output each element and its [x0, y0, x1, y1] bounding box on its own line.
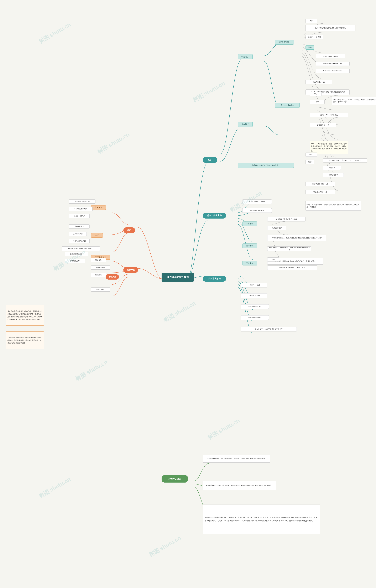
root-label: 2022年终总结及规划: [167, 276, 188, 279]
node-intent-customers: 意向客户: [238, 122, 253, 127]
product-smart-camera: 智能摄头: [91, 258, 106, 262]
node-litenetics: LITENETICS: [275, 40, 294, 45]
self-study-item1: 智能插座及智能产品: [69, 200, 96, 204]
branch-plan2023: 2023个人规划: [162, 475, 188, 483]
branch-products: 负责产品: [123, 267, 138, 273]
meeting-item4: cathy的泰国客户视频会议（旁听）: [62, 246, 100, 251]
smart-products-label: 智能产品: [106, 274, 119, 280]
self-study-label: 自主学习: [91, 205, 106, 210]
branch-learning: 学习: [123, 227, 135, 233]
main-source-item2: 系统沉睡客户: [267, 226, 287, 230]
product-note1: 这产品在系统中大部分8级客户的产品页中推比较少兴，但这款产品在C端表现得不错，在…: [6, 305, 44, 326]
deeproof-need-label: 需求: [310, 100, 325, 104]
structure-note: 尚未分析完，2023开春需分析完并归类: [241, 327, 297, 331]
litenetics-product3: WiFi Music Smart Strip Kit: [316, 69, 350, 73]
plan2023-item3: 持续跟进北美智能照明产品，以智能为主，其他产品为辅，多元继续沿入北美市场，继续将…: [203, 504, 320, 534]
nexleds-sample: 样品是否寄出 — 是: [306, 190, 335, 194]
nexleds-need1: 原公司做室内灯、室外灯、工业灯、智能产品: [323, 158, 367, 163]
branch-current-structure: 目前系统架构: [203, 276, 226, 282]
meeting-item3: 户外电池产品培训: [69, 239, 89, 243]
dev-channels: 开发渠道: [242, 261, 257, 265]
litenetics-noreply: 有无再回复 — 无: [306, 80, 332, 84]
level1-customers: 一级客户 — 33个: [241, 283, 267, 287]
deeproof-need: 原公司原做室内灯、工业灯、室外灯、光源等，大部分产品与我司一样 Area lig…: [332, 97, 376, 105]
nexleds-country: 加拿大: [306, 153, 317, 157]
level3-customers: 三级客户 — 109个: [241, 304, 269, 309]
nexleds-need2: 智能插座: [323, 166, 341, 170]
meeting-item1: 营销是门艺术: [69, 224, 89, 229]
node-deeprooflighting: Deeprooflighting: [275, 103, 300, 108]
sleeping-customers: 沉睡客户 — 772个: [241, 315, 269, 320]
dev-channel2: 未来尝试使用视频会议、社媒、电话: [267, 265, 317, 270]
node-enquiry-customers: 询盘客户: [238, 54, 253, 59]
nexleds-price: 报价表是否百推 — 是: [306, 182, 335, 186]
dev-emails: 开发信数量 — 815封: [242, 208, 272, 213]
product-north-america: 北美市场推广: [91, 287, 110, 292]
customer-count: 分析客户数量 — 630个: [242, 200, 272, 204]
deeproof-country: 美国: [310, 92, 322, 96]
other-source-item2: 易赢贸平台 — 易赢贸平台 — 在完成日常任务之后进行使用: [267, 246, 311, 251]
root-node: 2022年终总结及规划: [162, 273, 194, 282]
level2-customers: 二级客户 — 73个: [241, 293, 267, 298]
litenetics-product1: Laser Garden Lights: [316, 54, 345, 58]
nexleds-need-label: 需求: [306, 160, 314, 164]
factory-item2: 富锂锂电工厂: [65, 259, 85, 263]
product-smart-lock: 智能排插: [91, 273, 106, 277]
mindmap-container: 2022年终总结及规划 客户 询盘客户 LITENETICS 美国 原公司服做管…: [0, 0, 376, 588]
product-note2: 目前对于北美市场来说，最大的问题就是供应商提供的产品的认可问题，后续会联系采购落…: [6, 331, 44, 349]
plan2023-item1: 计划在年初要开单，开门红的前提下，营业额达到去年水平，能有固定合作的客户。: [203, 455, 270, 462]
meeting-item2: 认证知识会议: [69, 232, 87, 236]
nexleds-need3: 智能触摸开关: [323, 173, 344, 177]
product-website: 网站资料整理: [91, 265, 110, 270]
litenetics-need2: 原公司服做管道吸装饰灯条，用作家庭装饰: [306, 25, 355, 32]
meeting-label: 会议: [91, 233, 103, 238]
self-study-item3: 砍价是一门艺术: [69, 214, 89, 218]
main-source: 主要渠道: [242, 221, 257, 226]
litenetics-product2: Owl LED Solar Lawn Light: [316, 62, 350, 66]
other-source-item1: 可精准抓取中国出口到北美的物品的数据及北美进口公司的联系人邮件: [267, 235, 326, 241]
litenetics-already-label: 已推: [306, 45, 314, 50]
dev-channel1: 邮件: [267, 257, 279, 262]
deeproof-already: 已推 — Area light报价表: [310, 113, 348, 117]
other-source: 另外渠道: [242, 243, 257, 248]
main-source-item1: 之前海关所拉出的客户分析表: [267, 217, 306, 221]
deeproof-planb: planB — 或许是对价格不满意，这我询问时，客户并没有再说服我，客户可能没有…: [310, 141, 348, 154]
plan2023-item2: 重点客户PNEXLED能为长期发展，将其变成灯北美智能市场落一端，已经形成固定合…: [203, 481, 276, 490]
litenetics-country: 美国: [306, 19, 317, 23]
branch-customers: 客户: [203, 157, 217, 163]
litenetics-need: 询问有约户外照明: [306, 35, 323, 39]
connectors-svg: [0, 0, 376, 588]
self-study-item2: Tuya智能系统培训: [69, 207, 92, 211]
branch-analysis: 分析、开发客户: [203, 213, 226, 219]
nexleds-plan: 规划 — 客户意向不错，并无挑毛病，说只需要样品回去自己测试，继续跟进，保持联系: [306, 201, 361, 211]
factory-item1: 联多智能插座工厂: [65, 252, 88, 256]
deeproof-noreply: 有无再回复 — 无: [310, 123, 336, 127]
node-nexleds: 样品客户 — NEXLEDS（意向不错）: [238, 163, 294, 168]
